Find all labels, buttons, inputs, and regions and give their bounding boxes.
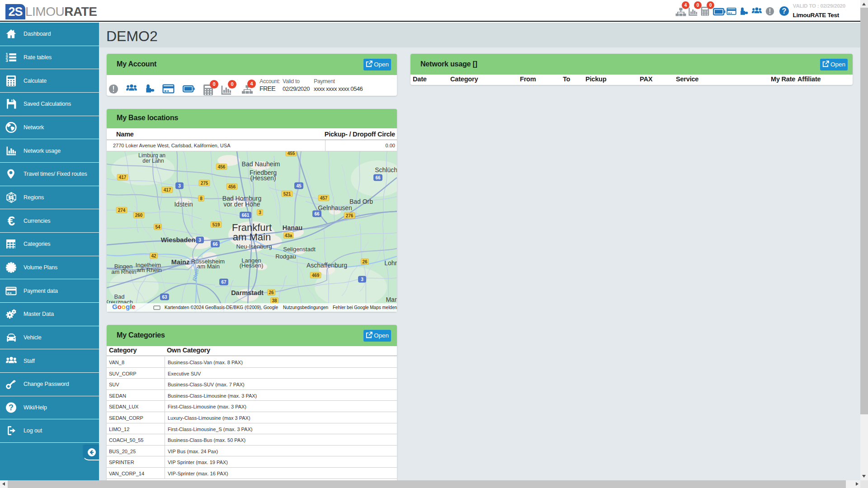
svg-text:am Main: am Main — [197, 263, 220, 270]
svg-text:Bad Nauheim: Bad Nauheim — [242, 160, 280, 168]
svg-text:Google: Google — [112, 303, 136, 310]
svg-text:Mainz: Mainz — [171, 258, 189, 266]
svg-text:274: 274 — [118, 208, 126, 213]
svg-text:66: 66 — [314, 211, 320, 216]
svg-text:456: 456 — [218, 164, 226, 169]
svg-text:275: 275 — [201, 181, 208, 186]
svg-text:67: 67 — [221, 280, 226, 285]
svg-text:am Main: am Main — [233, 231, 271, 243]
svg-text:43a: 43a — [285, 233, 292, 238]
svg-text:Aschaffenburg: Aschaffenburg — [307, 262, 347, 269]
svg-text:Idstein: Idstein — [174, 201, 193, 208]
svg-text:457: 457 — [320, 196, 328, 201]
svg-text:3: 3 — [198, 238, 201, 243]
svg-text:Gelnhausen: Gelnhausen — [318, 204, 352, 211]
svg-text:45: 45 — [296, 183, 302, 188]
svg-text:Darmstadt: Darmstadt — [231, 289, 264, 296]
svg-text:521: 521 — [283, 192, 291, 197]
svg-text:66: 66 — [375, 175, 381, 180]
svg-text:8: 8 — [200, 196, 203, 201]
svg-text:54: 54 — [155, 225, 160, 230]
svg-text:Neu-Isenburg: Neu-Isenburg — [236, 243, 272, 250]
svg-text:276: 276 — [346, 213, 354, 218]
svg-text:Schlücht: Schlücht — [375, 166, 397, 174]
svg-text:26: 26 — [362, 259, 368, 264]
svg-text:Mark: Mark — [386, 296, 397, 303]
svg-text:66: 66 — [212, 242, 218, 247]
svg-text:42: 42 — [151, 253, 156, 258]
svg-text:Rodgau: Rodgau — [275, 253, 296, 260]
svg-text:469: 469 — [312, 273, 320, 278]
svg-text:Fehler bei Google Maps melden: Fehler bei Google Maps melden — [333, 305, 397, 310]
svg-text:am Rhein: am Rhein — [137, 267, 162, 273]
svg-text:26: 26 — [269, 290, 274, 295]
svg-text:417: 417 — [119, 175, 127, 180]
svg-text:(Hessen): (Hessen) — [240, 262, 264, 269]
svg-text:38: 38 — [272, 298, 277, 303]
svg-text:519: 519 — [212, 222, 220, 227]
svg-text:Wiesbaden: Wiesbaden — [161, 236, 195, 244]
svg-text:3: 3 — [178, 183, 181, 188]
svg-text:3: 3 — [259, 210, 261, 215]
svg-text:vor der Höhe: vor der Höhe — [224, 201, 260, 208]
svg-text:Lohr a: Lohr a — [384, 259, 397, 267]
svg-text:260: 260 — [135, 213, 143, 218]
svg-text:63: 63 — [162, 295, 167, 300]
svg-text:am Rhein: am Rhein — [111, 268, 137, 275]
svg-text:417: 417 — [164, 188, 171, 192]
svg-text:Nutzungsbedingungen: Nutzungsbedingungen — [283, 305, 328, 310]
svg-text:455: 455 — [288, 151, 295, 156]
svg-text:Hanau: Hanau — [283, 224, 302, 231]
svg-text:der Lahn: der Lahn — [142, 158, 164, 164]
svg-text:(Hessen): (Hessen) — [250, 174, 276, 182]
svg-text:Kartendaten ©2024 GeoBasis-DE/: Kartendaten ©2024 GeoBasis-DE/BKG (©2009… — [165, 305, 278, 310]
svg-text:3: 3 — [361, 277, 363, 282]
svg-text:661: 661 — [242, 213, 250, 218]
svg-text:Bad Orb: Bad Orb — [349, 198, 373, 205]
svg-text:Seligenstadt: Seligenstadt — [283, 246, 316, 253]
svg-text:456: 456 — [228, 184, 236, 189]
